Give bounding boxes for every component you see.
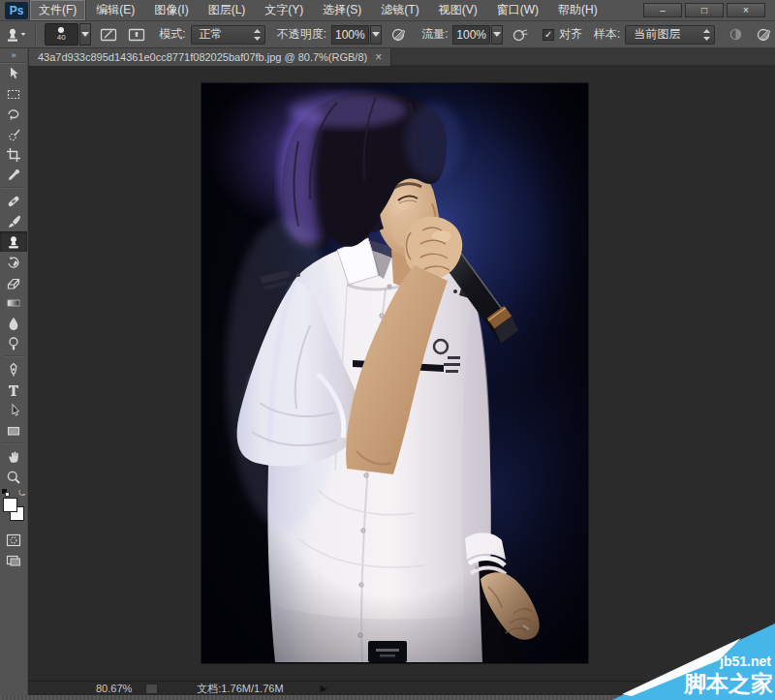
- updown-caret-icon: [254, 29, 261, 41]
- brush-size-value: 40: [57, 33, 66, 42]
- tablet-pressure-size-button[interactable]: [753, 24, 775, 46]
- separator: [3, 442, 24, 444]
- clone-stamp-icon: [4, 26, 21, 44]
- menu-filter[interactable]: 滤镜(T): [372, 0, 427, 20]
- tool-quick-selection[interactable]: [0, 124, 27, 144]
- menu-window[interactable]: 窗口(W): [488, 0, 547, 20]
- tool-gradient[interactable]: [0, 292, 27, 313]
- tab-close-icon[interactable]: ×: [375, 52, 382, 63]
- watermark-site-text: jb51.net: [719, 654, 771, 669]
- flow-field[interactable]: 100%: [452, 25, 489, 45]
- opacity-caret[interactable]: [370, 25, 383, 45]
- tool-options-bar: 40 模式: 正常 不透明度: 100%: [0, 21, 775, 48]
- photoshop-logo-icon: Ps: [5, 2, 28, 19]
- toggle-clone-source-panel-button[interactable]: [125, 24, 147, 46]
- tool-move[interactable]: [0, 63, 27, 83]
- tools-panel: »: [0, 48, 28, 695]
- tablet-pressure-opacity-button[interactable]: [388, 24, 410, 46]
- tool-path-selection[interactable]: [0, 400, 27, 420]
- document-title: 43a7d933c895d14361e0cc8771f082025baf07fb…: [38, 51, 367, 63]
- menu-view[interactable]: 视图(V): [430, 0, 486, 20]
- menu-layer[interactable]: 图层(L): [200, 0, 255, 20]
- collapse-panel-icon[interactable]: »: [0, 48, 27, 63]
- updown-caret-icon: [703, 29, 710, 41]
- brush-preset-picker[interactable]: 40: [45, 23, 78, 46]
- menu-select[interactable]: 选择(S): [314, 0, 370, 20]
- default-colors-icon[interactable]: [2, 489, 11, 497]
- menu-file[interactable]: 文件(F): [30, 0, 85, 20]
- site-watermark: jb51.net 脚本之家: [610, 618, 775, 700]
- foreground-color-swatch[interactable]: [3, 498, 17, 512]
- menu-help[interactable]: 帮助(H): [549, 0, 606, 20]
- clone-source-panel-icon: [128, 27, 145, 43]
- tool-spot-healing-brush[interactable]: [0, 191, 27, 211]
- tool-brush[interactable]: [0, 211, 27, 231]
- menu-edit[interactable]: 编辑(E): [87, 0, 143, 20]
- tool-lasso[interactable]: [0, 104, 27, 124]
- status-popup-arrow-icon[interactable]: ▶: [321, 684, 327, 693]
- separator: [3, 355, 24, 357]
- menu-bar: Ps 文件(F) 编辑(E) 图像(I) 图层(L) 文字(Y) 选择(S) 滤…: [0, 0, 775, 21]
- aligned-checkbox[interactable]: ✓: [542, 29, 554, 41]
- color-swatches: ⤿: [0, 489, 27, 530]
- separator: [35, 24, 37, 46]
- ignore-adjustments-icon: [728, 27, 744, 42]
- dropdown-caret-icon: [493, 32, 501, 37]
- flow-label: 流量:: [421, 26, 448, 43]
- mode-select[interactable]: 正常: [191, 25, 265, 45]
- dropdown-caret-icon: [372, 32, 380, 37]
- airbrush-button[interactable]: [509, 24, 531, 46]
- brush-panel-icon: [100, 27, 117, 43]
- mode-label: 模式:: [159, 26, 185, 43]
- sample-value: 当前图层: [634, 26, 703, 43]
- quick-mask-mode-button[interactable]: [0, 530, 27, 550]
- tool-eyedropper[interactable]: [0, 165, 27, 185]
- pen-pressure-icon: [390, 27, 408, 43]
- brush-picker-caret[interactable]: [79, 23, 92, 46]
- menu-type[interactable]: 文字(Y): [256, 0, 312, 20]
- opacity-field[interactable]: 100%: [331, 25, 368, 45]
- tool-preset-picker[interactable]: [4, 24, 27, 46]
- tool-clone-stamp[interactable]: [0, 231, 27, 252]
- tool-hand[interactable]: [0, 446, 27, 467]
- flow-caret[interactable]: [491, 25, 504, 45]
- separator: [3, 187, 24, 189]
- tool-dodge[interactable]: [0, 333, 27, 353]
- ignore-adjustment-layers-button[interactable]: [725, 24, 747, 46]
- tool-eraser[interactable]: [0, 272, 27, 292]
- pen-pressure-icon: [756, 27, 773, 43]
- tool-shape[interactable]: [0, 420, 27, 441]
- minimize-button[interactable]: –: [643, 3, 682, 17]
- mode-value: 正常: [200, 26, 254, 43]
- document-size-info: 文档:1.76M/1.76M: [197, 682, 283, 696]
- tool-blur[interactable]: [0, 313, 27, 333]
- tool-zoom[interactable]: [0, 467, 27, 487]
- tool-rectangular-marquee[interactable]: [0, 83, 27, 104]
- photoshop-window: Ps 文件(F) 编辑(E) 图像(I) 图层(L) 文字(Y) 选择(S) 滤…: [0, 0, 775, 700]
- photo-singer-with-microphone: [202, 83, 588, 663]
- screen-mode-button[interactable]: [0, 550, 27, 570]
- menu-image[interactable]: 图像(I): [145, 0, 197, 20]
- tool-pen[interactable]: [0, 359, 27, 380]
- status-scrubber-icon[interactable]: [145, 684, 158, 694]
- sample-label: 样本:: [594, 26, 620, 43]
- opacity-label: 不透明度:: [277, 26, 326, 43]
- tool-crop[interactable]: [0, 144, 27, 165]
- toggle-brush-panel-button[interactable]: [97, 24, 119, 46]
- dropdown-caret-icon: [81, 32, 89, 37]
- document-tab[interactable]: 43a7d933c895d14361e0cc8771f082025baf07fb…: [29, 48, 391, 66]
- dropdown-caret-icon: [21, 33, 26, 36]
- airbrush-icon: [512, 27, 529, 43]
- canvas-image[interactable]: [202, 83, 588, 663]
- close-button[interactable]: ×: [727, 3, 765, 17]
- maximize-button[interactable]: □: [685, 3, 724, 17]
- zoom-level-field[interactable]: 80.67%: [96, 683, 132, 694]
- sample-select[interactable]: 当前图层: [625, 25, 715, 45]
- aligned-label: 对齐: [559, 26, 582, 43]
- swap-colors-icon[interactable]: ⤿: [18, 489, 25, 499]
- watermark-brand-text: 脚本之家: [683, 671, 773, 696]
- tool-type[interactable]: [0, 380, 27, 400]
- window-controls: – □ ×: [643, 3, 765, 17]
- tool-history-brush[interactable]: [0, 252, 27, 272]
- document-tab-bar: 43a7d933c895d14361e0cc8771f082025baf07fb…: [0, 48, 775, 66]
